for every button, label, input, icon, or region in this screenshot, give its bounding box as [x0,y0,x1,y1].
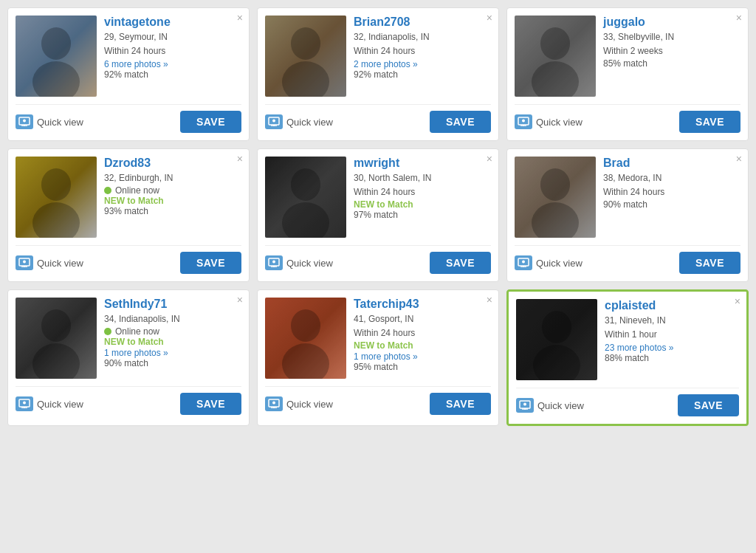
card-footer-brad: Quick viewSAVE [515,245,740,274]
photos-link-cplaisted[interactable]: 23 more photos » [605,343,673,353]
save-button-sethindy71[interactable]: SAVE [180,393,241,415]
photos-link-sethindy71[interactable]: 1 more photos » [104,348,168,358]
card-info-dzrod83: Dzrod8332, Edinburgh, INOnline nowNEW to… [104,157,241,238]
profile-name-vintagetone[interactable]: vintagetone [104,16,241,29]
online-status-dzrod83: Online now [104,185,241,196]
profile-photo-juggalo[interactable] [515,16,596,97]
close-button-juggalo[interactable]: × [736,13,742,23]
match-percent-sethindy71: 90% match [104,358,241,368]
svg-point-36 [540,168,570,201]
card-age-location-sethindy71: 34, Indianapolis, IN [104,312,241,326]
match-percent-brad: 90% match [603,199,740,210]
save-button-cplaisted[interactable]: SAVE [678,394,739,416]
quick-view-icon-brian2708 [265,114,283,129]
profile-card-juggalo: × juggalo33, Shelbyville, INWithin 2 wee… [506,7,749,141]
quick-view-icon-sethindy71 [16,396,33,411]
save-button-brian2708[interactable]: SAVE [430,111,491,133]
close-button-dzrod83[interactable]: × [237,154,243,164]
profile-grid: × vintagetone29, Seymour, INWithin 24 ho… [7,7,749,426]
save-button-brad[interactable]: SAVE [679,252,740,274]
svg-point-29 [291,168,320,201]
quick-view-button-cplaisted[interactable]: Quick view [516,398,584,413]
last-online-taterchip43: Within 24 hours [354,326,491,340]
quick-view-icon-juggalo [515,114,532,129]
svg-point-13 [272,120,275,123]
match-percent-cplaisted: 88% match [605,353,739,363]
quick-view-label-sethindy71: Quick view [37,399,83,410]
close-button-vintagetone[interactable]: × [237,13,243,23]
quick-view-label-cplaisted: Quick view [537,400,584,411]
photos-link-taterchip43[interactable]: 1 more photos » [354,351,418,362]
quick-view-label-brad: Quick view [536,258,583,269]
new-to-match-sethindy71: NEW to Match [104,337,241,347]
match-percent-mwright: 97% match [354,210,491,220]
svg-point-20 [522,120,525,123]
save-button-dzrod83[interactable]: SAVE [180,252,241,274]
card-age-location-taterchip43: 41, Gosport, IN [354,312,491,326]
online-text-dzrod83: Online now [115,185,159,196]
photos-link-brian2708[interactable]: 2 more photos » [354,59,418,69]
card-body-taterchip43: Taterchip4341, Gosport, INWithin 24 hour… [265,298,491,379]
close-button-sethindy71[interactable]: × [237,295,243,305]
quick-view-button-sethindy71[interactable]: Quick view [16,396,83,411]
profile-name-brian2708[interactable]: Brian2708 [354,16,491,29]
match-percent-taterchip43: 95% match [354,362,491,372]
close-button-brian2708[interactable]: × [487,13,492,23]
profile-name-juggalo[interactable]: juggalo [603,16,740,29]
profile-name-sethindy71[interactable]: SethIndy71 [104,298,241,311]
svg-point-8 [291,27,320,60]
profile-name-brad[interactable]: Brad [603,157,740,170]
last-online-brian2708: Within 24 hours [354,44,491,58]
profile-photo-brad[interactable] [515,157,596,238]
close-button-cplaisted[interactable]: × [735,296,740,306]
profile-photo-cplaisted[interactable] [516,299,597,380]
svg-point-43 [41,309,71,342]
profile-photo-vintagetone[interactable] [16,16,97,97]
profile-photo-taterchip43[interactable] [265,298,346,379]
profile-card-cplaisted: × cplaisted31, Nineveh, INWithin 1 hour2… [506,289,749,426]
card-footer-sethindy71: Quick viewSAVE [16,386,241,415]
close-button-taterchip43[interactable]: × [487,295,492,305]
quick-view-button-dzrod83[interactable]: Quick view [16,255,83,270]
card-info-juggalo: juggalo33, Shelbyville, INWithin 2 weeks… [603,16,740,97]
card-info-brad: Brad38, Medora, INWithin 24 hours90% mat… [603,157,740,238]
svg-point-41 [522,261,525,264]
card-info-mwright: mwright30, North Salem, INWithin 24 hour… [354,157,491,238]
card-age-location-dzrod83: 32, Edinburgh, IN [104,171,241,185]
quick-view-icon-vintagetone [16,114,33,129]
profile-photo-mwright[interactable] [265,157,346,238]
quick-view-button-brian2708[interactable]: Quick view [265,114,333,129]
profile-name-cplaisted[interactable]: cplaisted [605,299,739,312]
profile-name-dzrod83[interactable]: Dzrod83 [104,157,241,170]
quick-view-button-taterchip43[interactable]: Quick view [265,396,333,411]
new-to-match-mwright: NEW to Match [354,199,491,210]
profile-name-mwright[interactable]: mwright [354,157,491,170]
profile-photo-sethindy71[interactable] [16,298,97,379]
save-button-vintagetone[interactable]: SAVE [180,111,241,133]
quick-view-button-mwright[interactable]: Quick view [265,255,333,270]
profile-name-taterchip43[interactable]: Taterchip43 [354,298,491,311]
profile-photo-brian2708[interactable] [265,16,346,97]
quick-view-icon-brad [515,255,532,270]
close-button-brad[interactable]: × [736,154,742,164]
profile-card-brad: × Brad38, Medora, INWithin 24 hours90% m… [506,148,749,282]
card-info-taterchip43: Taterchip4341, Gosport, INWithin 24 hour… [354,298,491,379]
online-dot-dzrod83 [104,187,111,194]
save-button-juggalo[interactable]: SAVE [679,111,740,133]
card-info-sethindy71: SethIndy7134, Indianapolis, INOnline now… [104,298,241,379]
profile-card-taterchip43: × Taterchip4341, Gosport, INWithin 24 ho… [257,289,499,426]
save-button-mwright[interactable]: SAVE [430,252,491,274]
profile-photo-dzrod83[interactable] [16,157,97,238]
card-footer-vintagetone: Quick viewSAVE [16,104,241,133]
quick-view-button-brad[interactable]: Quick view [515,255,583,270]
svg-point-15 [540,27,570,60]
last-online-cplaisted: Within 1 hour [605,328,739,342]
quick-view-button-vintagetone[interactable]: Quick view [16,114,83,129]
close-button-mwright[interactable]: × [487,154,492,164]
quick-view-button-juggalo[interactable]: Quick view [515,114,583,129]
quick-view-label-mwright: Quick view [286,258,333,269]
photos-link-vintagetone[interactable]: 6 more photos » [104,59,168,69]
profile-card-mwright: × mwright30, North Salem, INWithin 24 ho… [257,148,499,282]
svg-point-27 [23,261,26,264]
save-button-taterchip43[interactable]: SAVE [430,393,491,415]
